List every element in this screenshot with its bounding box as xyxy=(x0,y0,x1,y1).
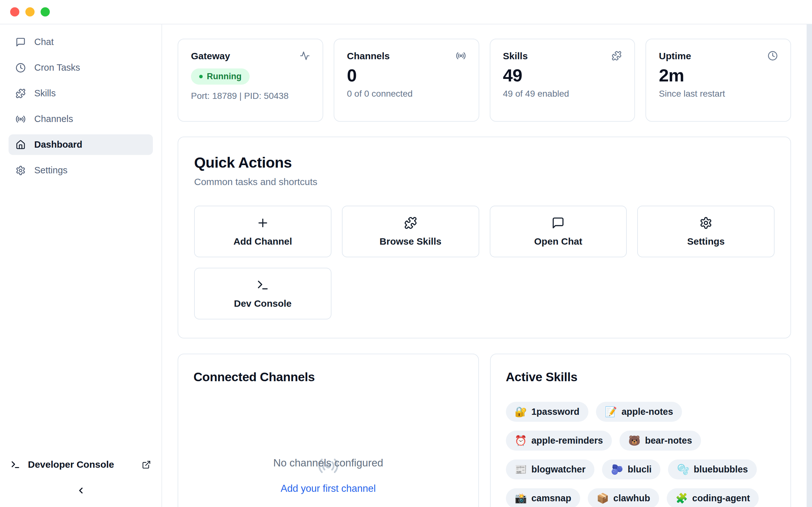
stat-card-title: Uptime xyxy=(659,51,691,61)
stat-card-header: Channels xyxy=(347,51,466,61)
radio-icon xyxy=(15,114,26,124)
quick-action-label: Dev Console xyxy=(234,298,292,309)
quick-action-label: Open Chat xyxy=(534,236,582,247)
plus-icon xyxy=(256,216,269,229)
stat-subtext: Since last restart xyxy=(659,89,778,99)
sidebar-item-chat[interactable]: Chat xyxy=(9,32,153,52)
quick-action-browse-skills[interactable]: Browse Skills xyxy=(342,206,479,257)
skill-badge-blogwatcher[interactable]: 📰blogwatcher xyxy=(506,459,595,480)
sidebar-item-dashboard[interactable]: Dashboard xyxy=(9,134,153,155)
external-link-icon xyxy=(142,460,151,469)
skill-name: blogwatcher xyxy=(531,464,586,475)
quick-action-label: Add Channel xyxy=(234,236,292,247)
sidebar-item-label: Cron Tasks xyxy=(34,62,80,73)
skill-badge-1password[interactable]: 🔐1password xyxy=(506,402,589,422)
skill-name: coding-agent xyxy=(692,493,750,504)
skill-name: 1password xyxy=(531,406,579,417)
skills-badge-list: 🔐1password📝apple-notes⏰apple-reminders🐻b… xyxy=(506,402,775,507)
skill-emoji-icon: 🫧 xyxy=(677,464,689,474)
stat-value: 49 xyxy=(503,66,622,84)
stat-card-header: Skills xyxy=(503,51,622,61)
close-button[interactable] xyxy=(10,7,19,16)
skill-name: bluebubbles xyxy=(694,464,748,475)
minimize-button[interactable] xyxy=(26,7,35,16)
channels-empty-text: No channels configured xyxy=(273,457,383,469)
channels-empty-state: No channels configured Add your first ch… xyxy=(194,384,463,494)
app-shell: ChatCron TasksSkillsChannelsDashboardSet… xyxy=(0,24,812,507)
home-icon xyxy=(15,140,26,150)
status-badge: Running xyxy=(191,68,250,84)
quick-action-open-chat[interactable]: Open Chat xyxy=(490,206,627,257)
skill-badge-coding-agent[interactable]: 🧩coding-agent xyxy=(667,488,759,507)
skill-emoji-icon: 🧩 xyxy=(676,493,688,503)
sidebar: ChatCron TasksSkillsChannelsDashboardSet… xyxy=(0,24,162,507)
scrollbar-gutter[interactable] xyxy=(807,24,812,507)
stat-subtext: 0 of 0 connected xyxy=(347,89,466,99)
connected-channels-panel: Connected Channels No channels configure… xyxy=(177,354,479,507)
stat-subtext: Port: 18789 | PID: 50438 xyxy=(191,91,310,101)
quick-action-settings[interactable]: Settings xyxy=(637,206,774,257)
skill-badge-blucli[interactable]: 🫐blucli xyxy=(602,459,660,480)
stat-card-uptime: Uptime2mSince last restart xyxy=(646,39,791,122)
sidebar-nav: ChatCron TasksSkillsChannelsDashboardSet… xyxy=(0,24,161,181)
skill-name: blucli xyxy=(628,464,652,475)
zoom-button[interactable] xyxy=(41,7,50,16)
skill-badge-bluebubbles[interactable]: 🫧bluebubbles xyxy=(668,459,757,480)
quick-action-add-channel[interactable]: Add Channel xyxy=(194,206,332,257)
radio-icon xyxy=(317,384,339,442)
puzzle-icon xyxy=(404,216,417,229)
sidebar-item-channels[interactable]: Channels xyxy=(9,109,153,129)
skill-name: apple-reminders xyxy=(531,435,603,446)
stat-card-header: Gateway xyxy=(191,51,310,61)
connected-channels-title: Connected Channels xyxy=(194,370,463,384)
app-window: ChatCron TasksSkillsChannelsDashboardSet… xyxy=(0,0,812,507)
terminal-icon xyxy=(256,279,269,291)
quick-action-dev-console[interactable]: Dev Console xyxy=(194,268,332,320)
sidebar-item-settings[interactable]: Settings xyxy=(9,160,153,181)
quick-actions-panel: Quick Actions Common tasks and shortcuts… xyxy=(177,136,791,338)
external-link-icon[interactable] xyxy=(142,460,151,469)
chat-bubble-icon xyxy=(552,216,565,229)
stat-card-title: Gateway xyxy=(191,51,230,61)
clock-icon xyxy=(15,63,26,73)
skill-badge-bear-notes[interactable]: 🐻bear-notes xyxy=(619,431,701,451)
gear-icon xyxy=(699,216,712,229)
stat-card-skills: Skills4949 of 49 enabled xyxy=(490,39,635,122)
stat-value: 2m xyxy=(659,66,778,84)
skill-badge-apple-reminders[interactable]: ⏰apple-reminders xyxy=(506,431,612,451)
skill-emoji-icon: 📸 xyxy=(515,493,527,503)
status-label: Running xyxy=(207,72,241,81)
skill-emoji-icon: 📰 xyxy=(515,464,527,474)
terminal-icon xyxy=(10,460,20,469)
sidebar-item-cron-tasks[interactable]: Cron Tasks xyxy=(9,57,153,78)
chat-bubble-icon xyxy=(552,216,565,229)
skill-badge-apple-notes[interactable]: 📝apple-notes xyxy=(596,402,682,422)
terminal-icon xyxy=(256,279,269,291)
stat-card-title: Skills xyxy=(503,51,528,61)
stat-card-title: Channels xyxy=(347,51,390,61)
sidebar-item-label: Dashboard xyxy=(34,139,82,150)
collapse-row xyxy=(10,484,151,498)
skill-name: bear-notes xyxy=(645,435,692,446)
sidebar-collapse-button[interactable] xyxy=(74,484,88,498)
plus-icon xyxy=(256,216,269,229)
main-content: GatewayRunningPort: 18789 | PID: 50438Ch… xyxy=(162,24,812,507)
skill-badge-clawhub[interactable]: 📦clawhub xyxy=(588,488,659,507)
add-first-channel-link[interactable]: Add your first channel xyxy=(281,483,376,494)
clock-icon xyxy=(768,51,778,61)
skill-badge-camsnap[interactable]: 📸camsnap xyxy=(506,488,580,507)
puzzle-icon xyxy=(15,89,26,99)
skill-name: apple-notes xyxy=(621,406,673,417)
developer-console-link[interactable]: Developer Console xyxy=(10,459,151,470)
stat-subtext: 49 of 49 enabled xyxy=(503,89,622,99)
skill-name: camsnap xyxy=(531,493,571,504)
sidebar-item-skills[interactable]: Skills xyxy=(9,83,153,104)
gear-icon xyxy=(699,216,712,229)
radio-icon xyxy=(456,51,466,61)
sidebar-item-label: Settings xyxy=(34,165,67,176)
puzzle-icon xyxy=(404,216,417,229)
quick-action-label: Settings xyxy=(687,236,724,247)
developer-console-label: Developer Console xyxy=(28,459,114,470)
activity-icon xyxy=(300,51,310,61)
sidebar-item-label: Chat xyxy=(34,37,54,47)
